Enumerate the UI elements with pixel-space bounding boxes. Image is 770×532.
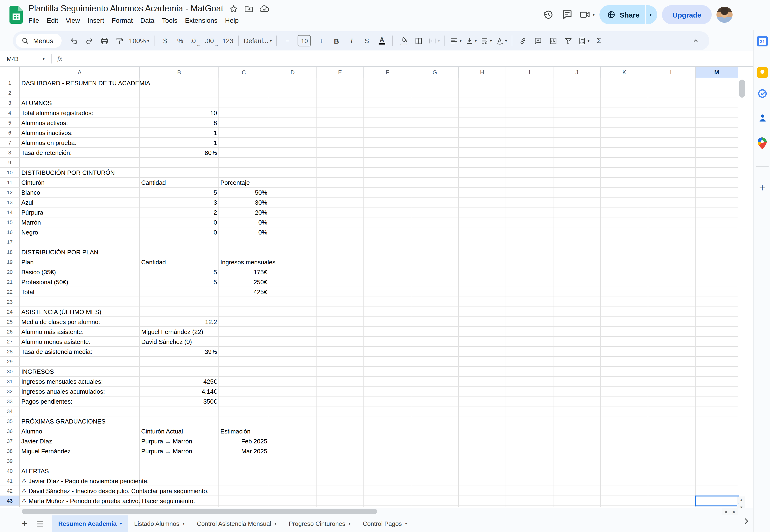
cell-K1[interactable] [601,78,648,88]
cell-A43[interactable]: ⚠ María Muñoz - Periodo de prueba activo… [20,496,140,506]
google-keep-icon[interactable] [757,67,767,78]
cell-F40[interactable] [364,466,411,476]
cell-A9[interactable] [20,158,140,168]
cell-L27[interactable] [648,337,696,347]
cell-F10[interactable] [364,168,411,178]
cell-I4[interactable] [506,108,553,118]
cell-G21[interactable] [411,277,459,287]
cell-C37[interactable]: Feb 2025 [219,436,269,446]
text-wrap-button[interactable]: ▾ [479,34,494,47]
row-header-37[interactable]: 37 [0,436,20,446]
row-header-27[interactable]: 27 [0,337,20,347]
cell-E20[interactable] [317,267,364,277]
cell-D35[interactable] [269,416,317,426]
cell-H3[interactable] [459,98,506,108]
cell-M9[interactable] [696,158,738,168]
cell-G9[interactable] [411,158,459,168]
meet-video-button[interactable]: ▾ [579,9,595,20]
cell-K40[interactable] [601,466,648,476]
cell-K10[interactable] [601,168,648,178]
cell-A25[interactable]: Media de clases por alumno: [20,317,140,327]
cell-I10[interactable] [506,168,553,178]
cell-G29[interactable] [411,357,459,367]
row-header-26[interactable]: 26 [0,327,20,337]
cell-C9[interactable] [219,158,269,168]
cell-I3[interactable] [506,98,553,108]
cell-J42[interactable] [553,486,601,496]
cell-H24[interactable] [459,307,506,317]
cell-G28[interactable] [411,347,459,357]
cell-L15[interactable] [648,217,696,227]
cell-G16[interactable] [411,227,459,237]
cell-D16[interactable] [269,227,317,237]
cell-E14[interactable] [317,207,364,217]
cell-H28[interactable] [459,347,506,357]
cell-I22[interactable] [506,287,553,297]
cell-A31[interactable]: Ingresos mensuales actuales: [20,377,140,387]
cell-G4[interactable] [411,108,459,118]
cell-J32[interactable] [553,387,601,397]
cell-B37[interactable]: Púrpura → Marrón [140,436,219,446]
cell-C10[interactable] [219,168,269,178]
sheet-tab-control-asistencia-mensual[interactable]: Control Asistencia Mensual▾ [191,515,283,532]
menu-view[interactable]: View [62,16,84,25]
cell-J5[interactable] [553,118,601,128]
cell-D2[interactable] [269,88,317,98]
cell-I9[interactable] [506,158,553,168]
cell-A29[interactable] [20,357,140,367]
column-header-D[interactable]: D [269,67,317,78]
cell-M17[interactable] [696,237,738,247]
cell-E24[interactable] [317,307,364,317]
cell-F1[interactable] [364,78,411,88]
cell-I7[interactable] [506,138,553,148]
all-sheets-menu-icon[interactable] [32,516,47,531]
cell-J17[interactable] [553,237,601,247]
cell-G39[interactable] [411,456,459,466]
cell-E18[interactable] [317,247,364,257]
cell-D27[interactable] [269,337,317,347]
share-button[interactable]: Share ▾ [599,5,657,24]
cell-I31[interactable] [506,377,553,387]
cell-G22[interactable] [411,287,459,297]
cell-I34[interactable] [506,406,553,416]
cell-K8[interactable] [601,148,648,158]
cell-L9[interactable] [648,158,696,168]
increase-decimal-button[interactable]: .00→ [203,34,220,47]
cell-J23[interactable] [553,297,601,307]
cell-A39[interactable] [20,456,140,466]
cell-A28[interactable]: Tasa de asistencia media: [20,347,140,357]
cell-F26[interactable] [364,327,411,337]
name-box-dropdown[interactable]: ▾ [43,57,45,61]
cell-L28[interactable] [648,347,696,357]
undo-button[interactable] [67,34,82,47]
cell-I30[interactable] [506,367,553,377]
cell-M2[interactable] [696,88,738,98]
cell-K14[interactable] [601,207,648,217]
cell-D30[interactable] [269,367,317,377]
cell-D23[interactable] [269,297,317,307]
format-currency-button[interactable]: $ [158,34,172,47]
cell-I24[interactable] [506,307,553,317]
cell-I33[interactable] [506,397,553,406]
cell-E26[interactable] [317,327,364,337]
cell-J12[interactable] [553,188,601,198]
merge-cells-button[interactable]: ▾ [427,34,441,47]
cell-A27[interactable]: Alumno menos asistente: [20,337,140,347]
cell-H33[interactable] [459,397,506,406]
cell-M8[interactable] [696,148,738,158]
cell-K33[interactable] [601,397,648,406]
cell-K38[interactable] [601,446,648,456]
cell-D13[interactable] [269,198,317,207]
cell-H7[interactable] [459,138,506,148]
search-menus-button[interactable]: Menus [16,34,62,48]
vertical-align-button[interactable]: ▾ [464,34,478,47]
cell-D38[interactable] [269,446,317,456]
cell-D44[interactable] [269,506,317,507]
row-header-39[interactable]: 39 [0,456,20,466]
cell-G17[interactable] [411,237,459,247]
cell-A44[interactable] [20,506,140,507]
cell-E30[interactable] [317,367,364,377]
cell-M15[interactable] [696,217,738,227]
zoom-select[interactable]: 100%▾ [127,34,151,47]
row-header-36[interactable]: 36 [0,426,20,436]
